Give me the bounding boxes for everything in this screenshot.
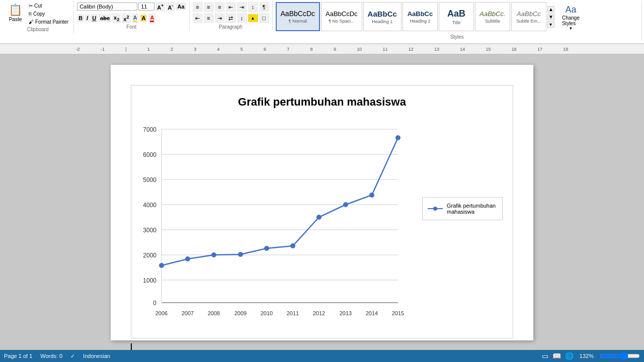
styles-scroll-up[interactable]: ▲	[547, 6, 554, 13]
shrink-font-button[interactable]: A-	[166, 2, 175, 12]
copy-button[interactable]: ⎘ Copy	[27, 10, 70, 18]
svg-text:7000: 7000	[143, 126, 156, 133]
paragraph-group: ≡ ≡ ≡ ⇤ ⇥ ↕ ¶ ⇤ ≡ ⇥ ⇄ ↕ ▲ □ Pa	[190, 1, 273, 31]
chart-line	[162, 138, 398, 265]
align-left-button[interactable]: ⇤	[193, 13, 203, 23]
sort-button[interactable]: ↕	[248, 2, 258, 12]
change-styles-icon: Aa	[565, 5, 576, 15]
style-normal[interactable]: AaBbCcDc ¶ Normal	[276, 2, 320, 31]
clipboard-label: Clipboard	[5, 26, 70, 32]
styles-group: AaBbCcDc ¶ Normal AaBbCcDc ¶ No Spaci...…	[273, 1, 642, 41]
grow-font-button[interactable]: A+	[155, 2, 165, 12]
styles-scroll-down[interactable]: ▼	[547, 14, 554, 20]
style-no-spacing[interactable]: AaBbCcDc ¶ No Spaci...	[321, 2, 362, 31]
svg-text:1000: 1000	[143, 277, 156, 284]
increase-indent-button[interactable]: ⇥	[237, 2, 247, 12]
cut-button[interactable]: ✂ Cut	[27, 2, 70, 10]
bullets-button[interactable]: ≡	[193, 2, 203, 12]
text-effects-button[interactable]: A	[132, 14, 139, 23]
data-point-2011	[290, 243, 295, 248]
highlight-button[interactable]: A	[139, 14, 147, 22]
svg-text:2013: 2013	[340, 310, 352, 316]
data-point-2015	[395, 135, 400, 140]
svg-text:2006: 2006	[155, 310, 168, 316]
change-styles-button[interactable]: Aa ChangeStyles ▼	[557, 2, 584, 33]
superscript-button[interactable]: x2	[122, 14, 130, 23]
legend-label: Grafik pertumbuhanmahasiswa	[447, 203, 496, 215]
multilevel-button[interactable]: ≡	[215, 2, 225, 12]
styles-scroll-arrows: ▲ ▼ ▾	[547, 6, 554, 28]
data-point-2010	[264, 246, 269, 251]
styles-scroll-more[interactable]: ▾	[547, 21, 554, 28]
paste-button[interactable]: 📋 Paste	[5, 2, 26, 26]
document-area: Grafik pertumbuhan mahasiswa 7000 6000 5…	[0, 55, 644, 350]
clipboard-group: 📋 Paste ✂ Cut ⎘ Copy 🖌	[2, 1, 74, 33]
page[interactable]: Grafik pertumbuhan mahasiswa 7000 6000 5…	[111, 65, 533, 340]
svg-text:2007: 2007	[182, 310, 194, 316]
svg-text:2011: 2011	[287, 310, 299, 316]
line-spacing-button[interactable]: ↕	[237, 13, 247, 23]
zoom-slider[interactable]	[600, 352, 640, 360]
justify-button[interactable]: ⇄	[226, 13, 236, 23]
svg-text:3000: 3000	[143, 227, 156, 234]
view-normal-button[interactable]: ▭	[542, 352, 548, 360]
format-painter-button[interactable]: 🖌 Format Painter	[27, 18, 70, 26]
svg-text:2008: 2008	[208, 310, 220, 316]
align-center-button[interactable]: ≡	[204, 13, 214, 23]
view-reading-button[interactable]: 📖	[552, 352, 561, 360]
chart-svg: 7000 6000 5000 4000 3000 2000 1000 0	[141, 117, 412, 328]
clipboard-small-buttons: ✂ Cut ⎘ Copy 🖌 Format Painter	[27, 2, 70, 26]
chart-legend: Grafik pertumbuhanmahasiswa	[422, 197, 503, 220]
font-name-input[interactable]	[77, 3, 137, 11]
svg-text:2010: 2010	[261, 310, 273, 316]
style-subtitle[interactable]: AaBbCc. Subtitle	[475, 2, 510, 31]
zoom-level: 132%	[580, 353, 594, 359]
font-color-button[interactable]: A	[148, 14, 155, 23]
style-subtle-emphasis[interactable]: AaBbCc Subtle Em...	[511, 2, 546, 31]
subscript-button[interactable]: x2	[112, 14, 121, 23]
underline-button[interactable]: U	[91, 14, 98, 22]
shading-button[interactable]: ▲	[248, 14, 258, 22]
numbering-button[interactable]: ≡	[204, 2, 214, 12]
clear-formatting-button[interactable]: Aa	[176, 3, 186, 11]
data-point-2012	[316, 215, 321, 220]
text-cursor	[131, 343, 132, 350]
ribbon: 📋 Paste ✂ Cut ⎘ Copy 🖌	[0, 0, 644, 55]
ribbon-content: 📋 Paste ✂ Cut ⎘ Copy 🖌	[0, 0, 644, 44]
styles-content: AaBbCcDc ¶ Normal AaBbCcDc ¶ No Spaci...…	[276, 2, 638, 33]
status-right: ▭ 📖 🌐 132%	[542, 352, 640, 360]
svg-point-28	[433, 207, 437, 211]
data-point-2007	[185, 256, 190, 261]
paragraph-row1: ≡ ≡ ≡ ⇤ ⇥ ↕ ¶	[193, 2, 269, 12]
copy-icon: ⎘	[29, 11, 32, 17]
decrease-indent-button[interactable]: ⇤	[226, 2, 236, 12]
status-bar: Page 1 of 1 Words: 0 ✓ Indonesian ▭ 📖 🌐 …	[0, 350, 644, 362]
status-left: Page 1 of 1 Words: 0 ✓ Indonesian	[4, 353, 110, 359]
proofing-icon: ✓	[70, 353, 75, 359]
font-row2: B I U abc x2 x2 A A A	[77, 14, 186, 23]
svg-text:0: 0	[153, 300, 156, 307]
text-cursor-area[interactable]	[131, 343, 513, 350]
page-info: Page 1 of 1	[4, 353, 32, 359]
svg-text:5000: 5000	[143, 176, 156, 184]
style-heading1[interactable]: AaBbCc Heading 1	[363, 2, 401, 31]
format-painter-icon: 🖌	[29, 19, 34, 25]
font-group: A+ A- Aa B I U abc x2 x2 A A A Font	[74, 1, 189, 31]
bold-button[interactable]: B	[77, 14, 84, 22]
change-styles-label: ChangeStyles	[562, 15, 580, 26]
italic-button[interactable]: I	[85, 14, 90, 22]
style-heading2[interactable]: AaBbCc Heading 2	[403, 2, 438, 31]
style-title[interactable]: AaB Title	[439, 2, 474, 31]
strikethrough-button[interactable]: abc	[99, 14, 111, 22]
styles-label: Styles	[276, 33, 638, 40]
chart-area: 7000 6000 5000 4000 3000 2000 1000 0	[141, 117, 503, 328]
svg-text:2012: 2012	[313, 310, 325, 316]
paragraph-label: Paragraph	[193, 23, 269, 30]
font-size-input[interactable]	[138, 3, 154, 11]
view-web-button[interactable]: 🌐	[565, 352, 574, 360]
svg-text:2000: 2000	[143, 252, 156, 259]
show-marks-button[interactable]: ¶	[259, 2, 269, 12]
borders-button[interactable]: □	[259, 13, 269, 23]
styles-scroll-area: AaBbCcDc ¶ Normal AaBbCcDc ¶ No Spaci...…	[276, 2, 554, 31]
align-right-button[interactable]: ⇥	[215, 13, 225, 23]
